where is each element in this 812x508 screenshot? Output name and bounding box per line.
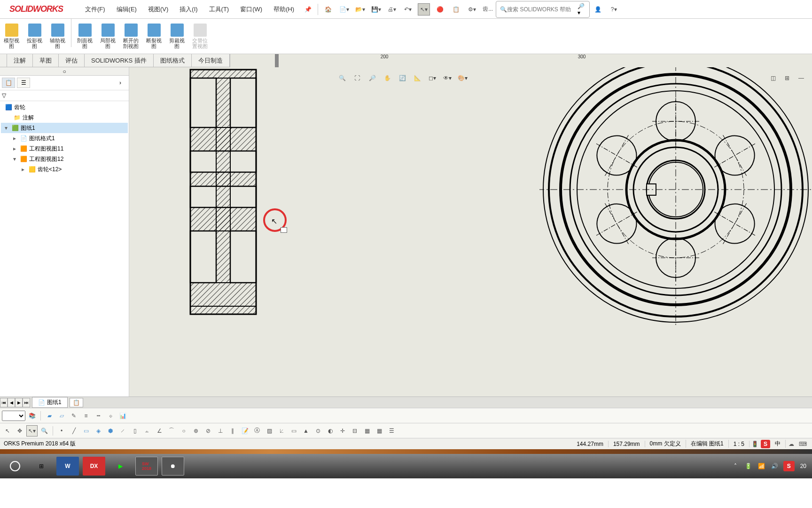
gtol-icon[interactable]: ▭ — [288, 425, 299, 437]
arc-icon[interactable]: ⌒ — [166, 425, 177, 437]
display-icon[interactable]: 📐 — [411, 72, 423, 84]
tree-view11[interactable]: ▸🟧工程图视图11 — [1, 143, 128, 154]
task-view-icon[interactable]: ⊞ — [30, 457, 53, 476]
tab-today-mfg[interactable]: 今日制造 — [192, 54, 230, 67]
tab-annotation[interactable]: 注解 — [7, 54, 33, 67]
collapse-icon[interactable]: ▾ — [11, 156, 18, 162]
face-icon[interactable]: ▯ — [129, 425, 141, 437]
pan-icon[interactable]: ✋ — [381, 72, 393, 84]
line-dash-icon[interactable]: ┅ — [93, 410, 104, 421]
tab-addins[interactable]: SOLIDWORKS 插件 — [85, 54, 154, 67]
tab-evaluate[interactable]: 评估 — [59, 54, 85, 67]
tangent-icon[interactable]: ⊘ — [203, 425, 214, 437]
ribbon-projected-view[interactable]: 投影视图 — [23, 19, 46, 54]
new-icon[interactable]: 📄▾ — [338, 3, 350, 16]
bom-icon[interactable]: ☰ — [386, 425, 397, 437]
zoom-fit-icon[interactable]: 🔍 — [336, 72, 348, 84]
panel-grip[interactable]: ○ — [0, 67, 129, 76]
expand-icon[interactable]: ▸ — [11, 135, 18, 142]
ribbon-break-view[interactable]: 断裂视图 — [142, 19, 165, 54]
panel-tab-props[interactable]: ☰ — [17, 78, 30, 88]
line-thick-icon[interactable]: ▱ — [56, 410, 67, 421]
status-cloud-icon[interactable]: ☁ — [786, 438, 797, 450]
hide-show-icon[interactable]: ◻▾ — [426, 72, 438, 84]
tree-sheet-format[interactable]: ▸📄图纸格式1 — [1, 133, 128, 143]
hole-icon[interactable]: ⊙ — [312, 425, 324, 437]
help-icon[interactable]: ?▾ — [608, 3, 620, 16]
line-end-icon[interactable]: ⟐ — [105, 410, 116, 421]
sheet-next-icon[interactable]: ▶ — [15, 398, 23, 407]
menu-window[interactable]: 窗口(W) — [234, 5, 268, 14]
tab-sketch[interactable]: 草图 — [33, 54, 59, 67]
balloon-icon[interactable]: Ⓐ — [251, 425, 263, 437]
settings-icon[interactable]: ⚙▾ — [466, 3, 478, 16]
center-icon[interactable]: ⊕ — [190, 425, 202, 437]
ribbon-detail-view[interactable]: 局部视图 — [96, 19, 119, 54]
save-icon[interactable]: 💾▾ — [370, 3, 382, 16]
appearance-icon[interactable]: 👁▾ — [441, 72, 453, 84]
options-icon[interactable]: 📋 — [450, 3, 462, 16]
ribbon-auxiliary-view[interactable]: 辅助视图 — [46, 19, 69, 54]
home-icon[interactable]: 🏠 — [322, 3, 334, 16]
menu-tools[interactable]: 工具(T) — [203, 5, 235, 14]
viewport-min-icon[interactable]: — — [795, 72, 807, 84]
panel-tab-tree[interactable]: 📋 — [2, 78, 15, 88]
angle-icon[interactable]: ∠ — [154, 425, 165, 437]
ribbon-broken-out[interactable]: 断开的剖视图 — [119, 19, 142, 54]
line-icon[interactable]: ╱ — [68, 425, 79, 437]
menu-help[interactable]: 帮助(H) — [268, 5, 300, 14]
centerline-icon[interactable]: ⊟ — [349, 425, 360, 437]
panel-expand[interactable]: › — [114, 78, 127, 88]
gear-icon[interactable]: 齿... — [482, 3, 494, 16]
tray-ime-icon[interactable]: S — [783, 461, 795, 471]
line-format-icon[interactable]: 📊 — [117, 410, 128, 421]
rect-icon[interactable]: ▭ — [80, 425, 92, 437]
expand-icon[interactable]: ▸ — [11, 145, 18, 152]
cube-icon[interactable]: ◈ — [93, 425, 104, 437]
tree-sheet1[interactable]: ▾🟩图纸1 — [1, 123, 128, 133]
ruler-marker[interactable] — [275, 54, 279, 67]
ime-lang[interactable]: 中 — [770, 440, 786, 448]
magnify-icon[interactable]: 🔍 — [39, 425, 50, 437]
tree-filter[interactable]: ▽ — [0, 90, 129, 101]
layer-select[interactable] — [2, 411, 25, 421]
dim-icon[interactable]: ⫠ — [141, 425, 153, 437]
search-input[interactable] — [507, 6, 578, 13]
tray-up-icon[interactable]: ˄ — [731, 457, 740, 476]
dx-app-icon[interactable]: DX — [83, 457, 105, 476]
point-icon[interactable]: • — [56, 425, 67, 437]
user-icon[interactable]: 👤 — [592, 3, 604, 16]
weld-icon[interactable]: ⟀ — [276, 425, 287, 437]
rotate-icon[interactable]: 🔄 — [396, 72, 408, 84]
sheet-prev-icon[interactable]: ◀ — [8, 398, 15, 407]
perp-icon[interactable]: ⊥ — [215, 425, 226, 437]
scene-icon[interactable]: 🎨▾ — [456, 72, 468, 84]
word-icon[interactable]: W — [56, 457, 79, 476]
layer-props-icon[interactable]: 📚 — [26, 410, 38, 421]
sheet-last-icon[interactable]: ⏭ — [23, 398, 30, 407]
menu-edit[interactable]: 编辑(E) — [111, 5, 142, 14]
centermark-icon[interactable]: ✛ — [337, 425, 348, 437]
rebuild-icon[interactable]: 🔴 — [434, 3, 446, 16]
menu-view[interactable]: 视图(V) — [142, 5, 174, 14]
callout-icon[interactable]: ◐ — [325, 425, 336, 437]
circle-icon[interactable]: ○ — [178, 425, 189, 437]
tree-gear12[interactable]: ▸🟨齿轮<12> — [1, 164, 128, 175]
ribbon-model-view[interactable]: 模型视图 — [0, 19, 23, 54]
open-icon[interactable]: 📂▾ — [354, 3, 366, 16]
datum-icon[interactable]: ▲ — [300, 425, 312, 437]
note-icon[interactable]: 📝 — [239, 425, 250, 437]
tree-root[interactable]: 🟦齿轮 — [1, 102, 128, 112]
zoom-area-icon[interactable]: ⛶ — [351, 72, 363, 84]
tab-sheet-format[interactable]: 图纸格式 — [154, 54, 192, 67]
media-app-icon[interactable]: ▶ — [109, 457, 132, 476]
add-sheet-button[interactable]: 📋 — [70, 398, 83, 407]
tray-volume-icon[interactable]: 🔊 — [770, 457, 780, 476]
status-scale[interactable]: 1 : 5 — [729, 441, 750, 447]
expand-icon[interactable]: ▸ — [20, 166, 26, 173]
viewport-multi-icon[interactable]: ⊞ — [781, 72, 793, 84]
print-icon[interactable]: 🖨▾ — [386, 3, 398, 16]
pin-icon[interactable]: 📌 — [302, 3, 314, 16]
search-dropdown-icon[interactable]: 🔎▾ — [578, 3, 586, 16]
ribbon-crop-view[interactable]: 剪裁视图 — [165, 19, 188, 54]
